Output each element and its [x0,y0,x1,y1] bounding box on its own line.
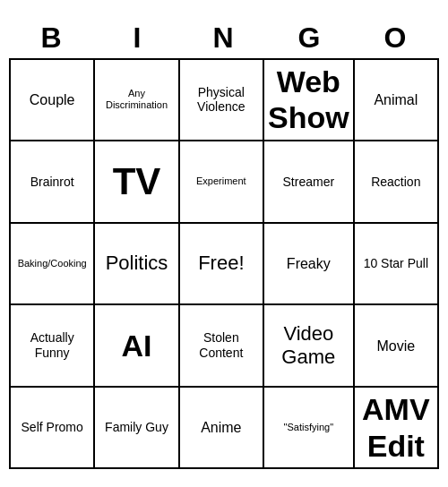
cell-label: Experiment [196,175,246,187]
table-row: Brainrot [11,141,95,224]
cell-label: Actually Funny [14,330,90,361]
cell-label: Self Promo [22,420,83,435]
table-row: Experiment [180,141,264,224]
table-row: AI [95,305,179,388]
table-row: Anime [180,388,264,470]
bingo-card: B I N G O CoupleAny DiscriminationPhysic… [9,18,439,470]
table-row: 10 Star Pull [355,224,439,306]
cell-label: Freaky [287,255,331,272]
cell-label: Physical Violence [184,85,259,115]
cell-label: "Satisfying" [284,422,334,433]
cell-label: Animal [374,91,418,108]
table-row: Movie [355,305,439,388]
table-row: Stolen Content [180,305,264,388]
cell-label: AI [121,328,151,364]
cell-label: Free! [198,252,244,275]
cell-label: Anime [201,419,241,436]
table-row: Animal [355,60,439,142]
cell-label: Baking/Cooking [18,258,87,269]
cell-label: AMV Edit [358,391,434,465]
table-row: Web Show [264,60,355,142]
cell-label: Streamer [283,175,335,190]
cell-label: Any Discrimination [99,88,174,111]
table-row: Physical Violence [180,60,264,142]
cell-label: Politics [106,252,168,275]
cell-label: Movie [376,337,415,355]
cell-label: Web Show [268,64,349,137]
table-row: AMV Edit [355,388,439,470]
table-row: Self Promo [11,388,95,470]
header-b: B [9,18,95,58]
cell-label: Brainrot [30,175,74,190]
cell-label: Video Game [268,322,349,370]
cell-label: Family Guy [105,420,168,435]
table-row: TV [95,141,179,224]
cell-label: Couple [30,91,75,108]
header-o: O [353,18,439,58]
table-row: Free! [180,224,264,306]
bingo-header: B I N G O [9,18,439,58]
table-row: Streamer [264,141,355,224]
cell-label: TV [113,159,161,204]
header-n: N [181,18,267,58]
table-row: Politics [95,224,179,306]
table-row: Video Game [264,305,355,388]
bingo-grid: CoupleAny DiscriminationPhysical Violenc… [9,58,439,470]
table-row: Freaky [264,224,355,306]
table-row: Baking/Cooking [11,224,95,306]
table-row: Any Discrimination [95,60,179,142]
header-g: G [267,18,353,58]
header-i: I [95,18,181,58]
cell-label: 10 Star Pull [364,256,428,271]
cell-label: Reaction [371,175,420,190]
table-row: Reaction [355,141,439,224]
cell-label: Stolen Content [184,330,259,361]
table-row: Couple [11,60,95,142]
table-row: Family Guy [95,388,179,470]
table-row: Actually Funny [11,305,95,388]
table-row: "Satisfying" [264,388,355,470]
